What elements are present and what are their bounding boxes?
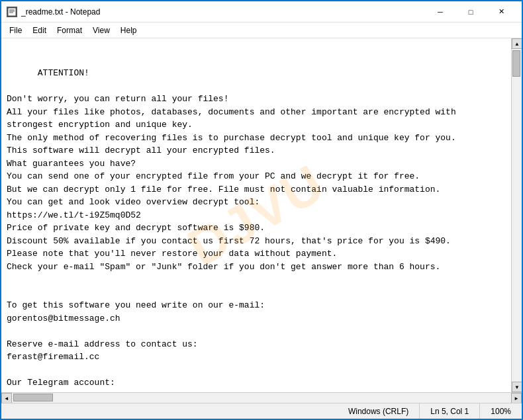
scroll-right-button[interactable]: ► — [511, 393, 522, 403]
scroll-down-button[interactable]: ▼ — [512, 382, 522, 392]
window-controls: ─ □ ✕ — [425, 2, 516, 22]
scroll-up-button[interactable]: ▲ — [512, 38, 522, 49]
scroll-track-vertical[interactable] — [512, 49, 522, 382]
app-icon — [7, 7, 17, 17]
window-title: _readme.txt - Notepad — [21, 7, 425, 17]
scroll-thumb-vertical[interactable] — [512, 50, 520, 77]
status-bar: Windows (CRLF) Ln 5, Col 1 100% — [1, 403, 522, 419]
menu-file[interactable]: File — [4, 24, 27, 36]
menu-view[interactable]: View — [87, 24, 115, 36]
scroll-thumb-horizontal[interactable] — [13, 394, 53, 401]
minimize-button[interactable]: ─ — [425, 2, 455, 22]
notepad-window: _readme.txt - Notepad ─ □ ✕ File Edit Fo… — [0, 0, 523, 420]
svg-rect-0 — [8, 8, 16, 16]
status-position: Ln 5, Col 1 — [420, 403, 480, 419]
menu-bar: File Edit Format View Help — [1, 22, 522, 38]
menu-help[interactable]: Help — [115, 24, 142, 36]
status-zoom: 100% — [480, 403, 522, 419]
scroll-track-horizontal[interactable] — [12, 393, 511, 403]
status-encoding: Windows (CRLF) — [338, 403, 420, 419]
menu-format[interactable]: Format — [52, 24, 87, 36]
vertical-scrollbar: ▲ ▼ — [511, 38, 522, 392]
menu-edit[interactable]: Edit — [27, 24, 52, 36]
close-button[interactable]: ✕ — [486, 2, 516, 22]
title-bar: _readme.txt - Notepad ─ □ ✕ — [1, 1, 522, 22]
scroll-left-button[interactable]: ◄ — [1, 393, 12, 403]
document-text: ATTENTION! Don't worry, you can return a… — [7, 68, 456, 392]
editor-area: DJVU ATTENTION! Don't worry, you can ret… — [1, 38, 522, 392]
maximize-button[interactable]: □ — [455, 2, 486, 22]
text-editor[interactable]: DJVU ATTENTION! Don't worry, you can ret… — [1, 38, 511, 392]
horizontal-scrollbar: ◄ ► — [1, 392, 522, 403]
